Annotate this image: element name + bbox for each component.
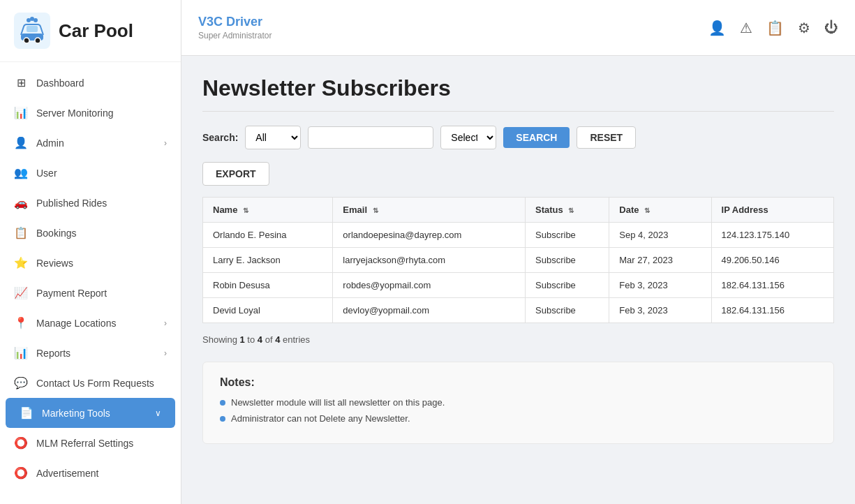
email-sort-icon: ⇅ <box>373 207 378 214</box>
main-area: V3C Driver Super Administrator 👤 ⚠ 📋 ⚙ ⏻… <box>181 0 855 504</box>
pagination-total: 4 <box>275 334 280 345</box>
cell-name: Orlando E. Pesina <box>203 223 333 248</box>
header-driver-name: V3C Driver <box>198 15 272 29</box>
pagination-to: 4 <box>258 334 262 345</box>
sidebar-item-mlm-referral[interactable]: ⭕ MLM Referral Settings <box>0 428 181 458</box>
notes-list-item: Administrator can not Delete any Newslet… <box>220 413 817 424</box>
clipboard-icon[interactable]: 📋 <box>766 20 784 36</box>
cell-status: Subscribe <box>526 273 609 298</box>
cell-name: Robin Desusa <box>203 273 333 298</box>
published-rides-icon: 🚗 <box>14 196 28 209</box>
mlm-referral-icon: ⭕ <box>14 436 28 450</box>
header-title-area: V3C Driver Super Administrator <box>198 15 272 40</box>
search-button[interactable]: SEARCH <box>503 127 570 148</box>
cell-status: Subscribe <box>526 223 609 248</box>
search-all-select[interactable]: All <box>245 126 301 149</box>
sidebar-item-admin[interactable]: 👤 Admin › <box>0 128 181 158</box>
reports-icon: 📊 <box>14 346 28 360</box>
notes-box: Notes: Newsletter module will list all n… <box>202 362 834 444</box>
cell-ip_address: 182.64.131.156 <box>711 298 833 323</box>
notes-list: Newsletter module will list all newslett… <box>220 397 817 424</box>
svg-point-2 <box>24 38 29 43</box>
payment-report-icon: 📈 <box>14 286 28 299</box>
marketing-tools-arrow-icon: ∨ <box>155 408 161 418</box>
table-row: Devid Loyaldevloy@yopmail.comSubscribeFe… <box>203 298 834 323</box>
notes-list-item: Newsletter module will list all newslett… <box>220 397 817 408</box>
search-label: Search: <box>202 132 238 143</box>
sidebar-item-server-monitoring[interactable]: 📊 Server Monitoring <box>0 98 181 128</box>
manage-locations-arrow-icon: › <box>164 318 167 328</box>
cell-date: Mar 27, 2023 <box>609 248 711 273</box>
table-header-row: Name ⇅ Email ⇅ Status ⇅ Date ⇅ <box>203 198 834 223</box>
notes-item-text: Newsletter module will list all newslett… <box>231 397 445 408</box>
header-role: Super Administrator <box>198 31 272 40</box>
reviews-icon: ⭐ <box>14 256 28 269</box>
advertisement-icon: ⭕ <box>14 466 28 480</box>
sidebar-item-marketing-tools[interactable]: 📄 Marketing Tools ∨ <box>6 398 175 428</box>
admin-arrow-icon: › <box>164 138 167 148</box>
cell-ip_address: 49.206.50.146 <box>711 248 833 273</box>
cell-name: Devid Loyal <box>203 298 333 323</box>
table-row: Orlando E. Pesinaorlandoepesina@dayrep.c… <box>203 223 834 248</box>
marketing-tools-icon: 📄 <box>20 406 34 420</box>
sidebar-item-reviews[interactable]: ⭐ Reviews <box>0 248 181 278</box>
pagination-from: 1 <box>240 334 245 345</box>
table-row: Robin Desusarobdes@yopmail.comSubscribeF… <box>203 273 834 298</box>
sidebar-item-bookings[interactable]: 📋 Bookings <box>0 218 181 248</box>
bookings-icon: 📋 <box>14 226 28 239</box>
search-input[interactable] <box>308 126 433 149</box>
power-icon[interactable]: ⏻ <box>824 20 838 36</box>
sidebar-item-advertisement[interactable]: ⭕ Advertisement <box>0 458 181 488</box>
svg-point-7 <box>30 17 34 21</box>
col-ip-address: IP Address <box>711 198 833 223</box>
header: V3C Driver Super Administrator 👤 ⚠ 📋 ⚙ ⏻ <box>181 0 855 56</box>
subscribers-table: Name ⇅ Email ⇅ Status ⇅ Date ⇅ <box>202 197 834 323</box>
server-monitoring-icon: 📊 <box>14 106 28 119</box>
cell-status: Subscribe <box>526 248 609 273</box>
reports-arrow-icon: › <box>164 348 167 358</box>
admin-icon: 👤 <box>14 136 28 149</box>
col-date[interactable]: Date ⇅ <box>609 198 711 223</box>
manage-locations-icon: 📍 <box>14 316 28 329</box>
app-title: Car Pool <box>59 20 133 42</box>
cell-email: larryejackson@rhyta.com <box>333 248 526 273</box>
select-status-dropdown[interactable]: Select Status Subscribe Unsubscribe <box>440 126 496 149</box>
title-divider <box>202 111 834 112</box>
cell-status: Subscribe <box>526 298 609 323</box>
notes-bullet <box>220 416 225 422</box>
sidebar-item-manage-locations[interactable]: 📍 Manage Locations › <box>0 308 181 338</box>
sidebar-item-published-rides[interactable]: 🚗 Published Rides <box>0 188 181 218</box>
user-icon: 👥 <box>14 166 28 179</box>
col-email[interactable]: Email ⇅ <box>333 198 526 223</box>
alert-icon[interactable]: ⚠ <box>740 20 752 36</box>
notes-title: Notes: <box>220 376 817 389</box>
cell-email: devloy@yopmail.com <box>333 298 526 323</box>
col-status[interactable]: Status ⇅ <box>526 198 609 223</box>
pagination-info: Showing 1 to 4 of 4 entries <box>202 334 834 345</box>
dashboard-icon: ⊞ <box>14 76 28 89</box>
cell-date: Feb 3, 2023 <box>609 298 711 323</box>
table-row: Larry E. Jacksonlarryejackson@rhyta.comS… <box>203 248 834 273</box>
sidebar-item-payment-report[interactable]: 📈 Payment Report <box>0 278 181 308</box>
export-button[interactable]: EXPORT <box>202 162 269 186</box>
sidebar-item-reports[interactable]: 📊 Reports › <box>0 338 181 368</box>
cell-email: orlandoepesina@dayrep.com <box>333 223 526 248</box>
sidebar-nav: ⊞ Dashboard 📊 Server Monitoring 👤 Admin … <box>0 62 181 494</box>
reset-button[interactable]: RESET <box>577 126 636 149</box>
col-name[interactable]: Name ⇅ <box>203 198 333 223</box>
notes-item-text: Administrator can not Delete any Newslet… <box>231 413 410 424</box>
cell-name: Larry E. Jackson <box>203 248 333 273</box>
sidebar-item-contact-us[interactable]: 💬 Contact Us Form Requests <box>0 368 181 398</box>
contact-us-icon: 💬 <box>14 376 28 390</box>
user-profile-icon[interactable]: 👤 <box>708 20 726 36</box>
header-actions: 👤 ⚠ 📋 ⚙ ⏻ <box>708 20 838 36</box>
svg-rect-4 <box>27 26 38 32</box>
sidebar-item-dashboard[interactable]: ⊞ Dashboard <box>0 68 181 98</box>
cell-date: Feb 3, 2023 <box>609 273 711 298</box>
table-header: Name ⇅ Email ⇅ Status ⇅ Date ⇅ <box>203 198 834 223</box>
svg-point-3 <box>35 38 40 43</box>
table-body: Orlando E. Pesinaorlandoepesina@dayrep.c… <box>203 223 834 323</box>
cell-ip_address: 124.123.175.140 <box>711 223 833 248</box>
sidebar-item-user[interactable]: 👥 User <box>0 158 181 188</box>
settings-icon[interactable]: ⚙ <box>798 20 810 36</box>
